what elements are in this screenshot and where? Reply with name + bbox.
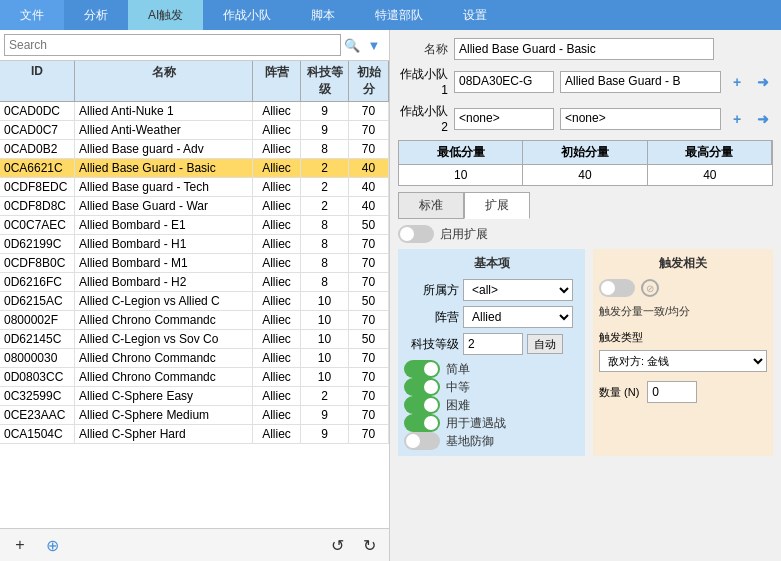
toggle-2[interactable] — [404, 396, 440, 414]
trigger-section: 触发相关 ⊘ 触发分量一致/均分 触发类型 敌对方: 金钱 — [593, 249, 773, 456]
table-row[interactable]: 0CDF8B0C Allied Bombard - M1 Alliec 8 70 — [0, 254, 389, 273]
toggle-0[interactable] — [404, 360, 440, 378]
tab-standard[interactable]: 标准 — [398, 192, 464, 219]
enable-expand-label: 启用扩展 — [440, 226, 488, 243]
squad1-id: 08DA30EC-G — [454, 71, 554, 93]
table-row[interactable]: 08000030 Allied Chrono Commandc Alliec 1… — [0, 349, 389, 368]
cell-tech: 9 — [301, 425, 349, 443]
cell-tech: 10 — [301, 368, 349, 386]
cell-faction: Alliec — [253, 121, 301, 139]
table-row[interactable]: 0D62145C Allied C-Legion vs Sov Co Allie… — [0, 330, 389, 349]
tech-input[interactable] — [463, 333, 523, 355]
table-row[interactable]: 0D0803CC Allied Chrono Commandc Alliec 1… — [0, 368, 389, 387]
cell-name: Allied Bombard - E1 — [75, 216, 253, 234]
cell-name: Allied Base guard - Tech — [75, 178, 253, 196]
trigger-title: 触发相关 — [599, 255, 767, 272]
cell-name: Allied Bombard - H1 — [75, 235, 253, 253]
cell-tech: 8 — [301, 140, 349, 158]
cell-score: 40 — [349, 197, 389, 215]
table-row[interactable]: 0CE23AAC Allied C-Sphere Medium Alliec 9… — [0, 406, 389, 425]
trigger-type-select[interactable]: 敌对方: 金钱 — [599, 350, 767, 372]
faction-select[interactable]: Allied — [463, 306, 573, 328]
table-row[interactable]: 0D6215AC Allied C-Legion vs Allied C All… — [0, 292, 389, 311]
trigger-type-label: 触发类型 — [599, 330, 643, 345]
auto-button[interactable]: 自动 — [527, 334, 563, 354]
toggle-1[interactable] — [404, 378, 440, 396]
add-button[interactable]: + — [8, 533, 32, 557]
cell-id: 0800002F — [0, 311, 75, 329]
owner-row: 所属方 <all> — [404, 279, 579, 301]
cell-id: 0CDF8D8C — [0, 197, 75, 215]
cell-faction: Alliec — [253, 387, 301, 405]
squad2-goto-btn[interactable]: ➜ — [753, 109, 773, 129]
table-row[interactable]: 0CA1504C Allied C-Spher Hard Alliec 9 70 — [0, 425, 389, 444]
table-row[interactable]: 0CAD0C7 Allied Anti-Weather Alliec 9 70 — [0, 121, 389, 140]
search-input[interactable] — [4, 34, 341, 56]
table-row[interactable]: 0CA6621C Allied Base Guard - Basic Allie… — [0, 159, 389, 178]
owner-label: 所属方 — [404, 282, 459, 299]
toggle-4[interactable] — [404, 432, 440, 450]
cell-id: 0CDF8EDC — [0, 178, 75, 196]
cell-name: Allied C-Sphere Medium — [75, 406, 253, 424]
cell-score: 70 — [349, 368, 389, 386]
toggle-row-3: 用于遭遇战 — [404, 414, 579, 432]
cell-id: 0CAD0C7 — [0, 121, 75, 139]
toggle-label-1: 中等 — [446, 379, 470, 396]
table-row[interactable]: 0C32599C Allied C-Sphere Easy Alliec 2 7… — [0, 387, 389, 406]
tab-expand[interactable]: 扩展 — [464, 192, 530, 219]
target-button[interactable]: ⊕ — [40, 533, 64, 557]
score-table: 最低分量 初始分量 最高分量 10 40 40 — [398, 140, 773, 186]
cell-name: Allied Bombard - M1 — [75, 254, 253, 272]
nav-special[interactable]: 特遣部队 — [355, 0, 443, 30]
table-row[interactable]: 0CDF8EDC Allied Base guard - Tech Alliec… — [0, 178, 389, 197]
cell-id: 08000030 — [0, 349, 75, 367]
squad1-goto-btn[interactable]: ➜ — [753, 72, 773, 92]
nav-squad[interactable]: 作战小队 — [203, 0, 291, 30]
search-icon[interactable]: 🔍 — [341, 34, 363, 56]
name-input[interactable] — [454, 38, 714, 60]
table-row[interactable]: 0CAD0DC Allied Anti-Nuke 1 Alliec 9 70 — [0, 102, 389, 121]
tab-bar: 标准 扩展 — [398, 192, 773, 219]
cell-id: 0D6215AC — [0, 292, 75, 310]
toggle-label-4: 基地防御 — [446, 433, 494, 450]
table-row[interactable]: 0CDF8D8C Allied Base Guard - War Alliec … — [0, 197, 389, 216]
toggle-row-4: 基地防御 — [404, 432, 579, 450]
bottom-toolbar: + ⊕ ↺ ↻ — [0, 528, 389, 561]
squad1-add-btn[interactable]: + — [727, 72, 747, 92]
squad2-name: <none> — [560, 108, 721, 130]
squad1-label: 作战小队1 — [398, 66, 448, 97]
owner-select[interactable]: <all> — [463, 279, 573, 301]
cell-id: 0C32599C — [0, 387, 75, 405]
table-row[interactable]: 0C0C7AEC Allied Bombard - E1 Alliec 8 50 — [0, 216, 389, 235]
filter-icon[interactable]: ▼ — [363, 34, 385, 56]
nav-script[interactable]: 脚本 — [291, 0, 355, 30]
nav-file[interactable]: 文件 — [0, 0, 64, 30]
trigger-uniform-toggle[interactable] — [599, 279, 635, 297]
name-label: 名称 — [398, 41, 448, 58]
cell-score: 70 — [349, 311, 389, 329]
score-val-min[interactable]: 10 — [399, 165, 523, 185]
cell-id: 0CAD0B2 — [0, 140, 75, 158]
nav-ai-trigger[interactable]: AI触发 — [128, 0, 203, 30]
score-val-init[interactable]: 40 — [523, 165, 647, 185]
squad2-add-btn[interactable]: + — [727, 109, 747, 129]
nav-settings[interactable]: 设置 — [443, 0, 507, 30]
toggle-3[interactable] — [404, 414, 440, 432]
table-row[interactable]: 0D62199C Allied Bombard - H1 Alliec 8 70 — [0, 235, 389, 254]
trigger-count-input[interactable] — [647, 381, 697, 403]
redo-button[interactable]: ↻ — [357, 533, 381, 557]
cell-faction: Alliec — [253, 368, 301, 386]
table-header: ID 名称 阵营 科技等级 初始分 — [0, 61, 389, 102]
table-row[interactable]: 0D6216FC Allied Bombard - H2 Alliec 8 70 — [0, 273, 389, 292]
table-row[interactable]: 0800002F Allied Chrono Commandc Alliec 1… — [0, 311, 389, 330]
cell-tech: 2 — [301, 159, 349, 177]
table-row[interactable]: 0CAD0B2 Allied Base guard - Adv Alliec 8… — [0, 140, 389, 159]
cell-id: 0CA6621C — [0, 159, 75, 177]
enable-expand-toggle[interactable] — [398, 225, 434, 243]
right-panel: 名称 作战小队1 08DA30EC-G Allied Base Guard - … — [390, 30, 781, 561]
undo-button[interactable]: ↺ — [325, 533, 349, 557]
cell-tech: 10 — [301, 349, 349, 367]
score-val-max[interactable]: 40 — [648, 165, 772, 185]
nav-analysis[interactable]: 分析 — [64, 0, 128, 30]
toggle-label-0: 简单 — [446, 361, 470, 378]
